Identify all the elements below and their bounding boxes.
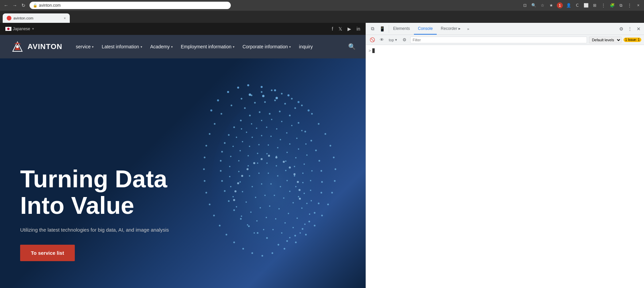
employment-chevron: ▾ xyxy=(233,45,234,49)
extensions-icon[interactable]: 1 xyxy=(557,2,563,8)
dock-icon[interactable]: ⧉ xyxy=(369,25,377,33)
svg-point-98 xyxy=(278,244,279,246)
language-selector[interactable]: Japanese ▼ xyxy=(5,27,35,31)
svg-point-88 xyxy=(314,212,316,214)
svg-point-118 xyxy=(270,136,272,137)
bookmark-icon[interactable]: ☆ xyxy=(539,2,545,8)
c-icon[interactable]: Ⅽ xyxy=(574,2,580,8)
svg-point-215 xyxy=(299,198,301,200)
level-select[interactable]: Default levels xyxy=(589,37,622,43)
svg-point-73 xyxy=(228,134,230,136)
devtools-close-icon[interactable]: ✕ xyxy=(635,25,643,33)
to-service-list-button[interactable]: To service list xyxy=(20,245,75,261)
menu-icon[interactable]: ⋮ xyxy=(600,2,606,8)
grid-icon[interactable]: ⊞ xyxy=(592,2,598,8)
svg-point-99 xyxy=(241,128,242,130)
nav-corporate[interactable]: Corporate information ▾ xyxy=(243,44,291,49)
refresh-button[interactable]: ↻ xyxy=(20,2,27,9)
nav-academy[interactable]: Academy ▾ xyxy=(150,44,173,49)
svg-point-4 xyxy=(16,45,19,48)
svg-point-106 xyxy=(236,137,237,138)
svg-point-51 xyxy=(321,215,323,217)
devtools-settings-icon[interactable]: ⚙ xyxy=(617,25,625,33)
ci-icon[interactable]: ⬜ xyxy=(583,2,589,8)
close-icon[interactable]: × xyxy=(635,2,641,8)
forward-button[interactable]: → xyxy=(11,2,18,9)
svg-point-45 xyxy=(334,180,336,182)
console-eye-button[interactable]: 👁 xyxy=(378,36,385,44)
devtools-more-tabs[interactable]: » xyxy=(465,27,472,31)
language-bar: Japanese ▼ f 𝕏 ▶ in xyxy=(0,23,366,35)
svg-point-28 xyxy=(221,113,222,115)
svg-point-94 xyxy=(294,235,296,237)
search-icon[interactable]: 🔍 xyxy=(348,43,356,50)
svg-point-14 xyxy=(210,109,212,111)
youtube-icon[interactable]: ▶ xyxy=(347,26,351,32)
profile-icon[interactable]: 👤 xyxy=(566,2,572,8)
svg-point-81 xyxy=(220,170,222,172)
svg-point-11 xyxy=(298,101,300,103)
svg-point-149 xyxy=(285,170,286,171)
tab-recorder[interactable]: Recorder ▸ xyxy=(437,23,465,35)
svg-point-97 xyxy=(266,237,268,239)
svg-point-131 xyxy=(304,163,305,165)
svg-point-213 xyxy=(299,189,301,191)
active-tab[interactable]: avinton.com × xyxy=(3,13,70,23)
svg-point-44 xyxy=(203,169,205,170)
nav-employment[interactable]: Employment information ▾ xyxy=(181,44,234,49)
tab-close-button[interactable]: × xyxy=(64,16,66,20)
puzzle-icon[interactable]: 🧩 xyxy=(609,2,615,8)
svg-point-153 xyxy=(230,186,231,187)
svg-point-208 xyxy=(241,175,243,177)
twitter-icon[interactable]: 𝕏 xyxy=(338,26,342,32)
tab-console[interactable]: Console xyxy=(414,23,437,35)
main-area: Japanese ▼ f 𝕏 ▶ in AVINTON xyxy=(0,23,644,288)
star-icon[interactable]: ★ xyxy=(548,2,554,8)
svg-point-55 xyxy=(305,234,307,236)
tab-elements[interactable]: Elements xyxy=(389,23,414,35)
svg-point-127 xyxy=(268,144,269,146)
console-filter-input[interactable] xyxy=(410,37,587,43)
svg-point-168 xyxy=(280,186,281,187)
svg-point-146 xyxy=(257,162,258,164)
logo[interactable]: AVINTON xyxy=(10,39,62,54)
svg-point-47 xyxy=(331,192,333,194)
address-bar[interactable]: 🔒 avinton.com xyxy=(30,2,231,9)
svg-point-121 xyxy=(298,148,299,150)
svg-point-203 xyxy=(275,156,277,158)
svg-point-53 xyxy=(314,225,316,227)
console-clear-button[interactable]: 🚫 xyxy=(369,36,376,44)
svg-point-72 xyxy=(305,131,306,133)
console-cursor[interactable] xyxy=(372,48,375,53)
nav-latest-info[interactable]: Latest information ▾ xyxy=(102,44,142,49)
svg-point-82 xyxy=(321,181,323,183)
tab-favicon xyxy=(7,16,11,20)
console-settings-button[interactable]: ⚙ xyxy=(401,36,408,44)
svg-point-185 xyxy=(278,208,280,209)
facebook-icon[interactable]: f xyxy=(332,26,333,32)
svg-point-197 xyxy=(263,229,264,230)
device-mode-icon[interactable]: 📱 xyxy=(378,25,386,33)
svg-point-38 xyxy=(209,133,211,135)
back-button[interactable]: ← xyxy=(3,2,9,9)
svg-point-96 xyxy=(286,240,288,242)
devtools-vertical-dots[interactable]: ⋮ xyxy=(626,25,634,33)
svg-point-154 xyxy=(239,181,241,183)
svg-point-175 xyxy=(264,195,266,196)
cast-icon[interactable]: ⊡ xyxy=(522,2,528,8)
more-icon[interactable]: ⋮ xyxy=(627,2,633,8)
nav-service[interactable]: service ▾ xyxy=(76,44,94,49)
lang-chevron: ▼ xyxy=(32,27,35,31)
svg-point-160 xyxy=(295,186,297,187)
svg-point-37 xyxy=(325,133,326,135)
top-selector[interactable]: top ▼ xyxy=(387,38,399,42)
svg-point-173 xyxy=(246,201,247,203)
linkedin-icon[interactable]: in xyxy=(357,26,360,32)
svg-point-62 xyxy=(252,252,253,254)
search-icon[interactable]: 🔍 xyxy=(531,2,537,8)
svg-point-199 xyxy=(281,232,282,234)
svg-point-16 xyxy=(262,95,265,97)
svg-point-110 xyxy=(276,128,277,130)
nav-inquiry[interactable]: inquiry xyxy=(299,44,313,49)
window-icon[interactable]: ⧉ xyxy=(618,2,624,8)
